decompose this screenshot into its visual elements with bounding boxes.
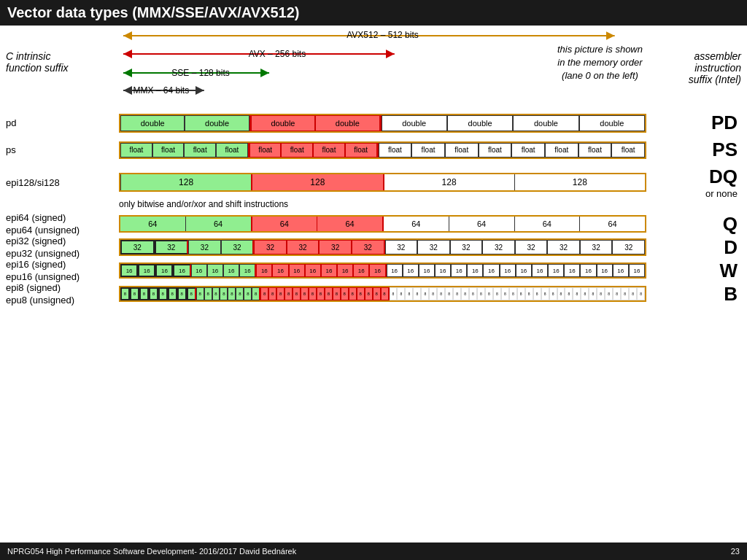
cell: 8 <box>437 287 445 300</box>
cell: 32 <box>352 240 385 254</box>
epi8-row: epi8 (signed) epu8 (unsigned) 8 8 8 8 8 … <box>6 282 741 306</box>
cell: float <box>611 143 645 158</box>
mmx-label: MMX – 64 bits <box>119 85 204 96</box>
epi16-label: epi16 (signed) epu16 (unsigned) <box>6 259 119 282</box>
bitwise-note: only bitwise and/or/xor and shift instru… <box>119 199 646 209</box>
ps-row: ps float float float float float float f… <box>6 139 741 161</box>
cell: 8 <box>293 287 301 300</box>
cell: 16 <box>597 264 613 277</box>
pd-asm: PD <box>646 112 741 134</box>
cell: 8 <box>236 287 244 300</box>
cell: 16 <box>191 264 207 277</box>
cell: 64 <box>580 217 645 231</box>
cell: 8 <box>597 287 605 300</box>
cell: 16 <box>532 264 548 277</box>
epi128-row: epi128/si128 128 128 128 128 DQ or none <box>6 166 741 199</box>
cell: 32 <box>287 240 320 254</box>
cell: 8 <box>168 287 177 300</box>
cell: 8 <box>365 287 373 300</box>
cell: 8 <box>445 287 453 300</box>
cell: 8 <box>509 287 517 300</box>
title-bar: Vector data types (MMX/SSE/AVX/AVX512) <box>0 0 747 26</box>
cell: float <box>411 143 445 158</box>
cell: 8 <box>397 287 405 300</box>
page-title: Vector data types (MMX/SSE/AVX/AVX512) <box>7 4 300 20</box>
cell: 8 <box>517 287 525 300</box>
cell: 16 <box>483 264 499 277</box>
cell: 8 <box>541 287 549 300</box>
sse-label: SSE – 128 bits <box>129 68 271 78</box>
pd-cells: double double double double double doubl… <box>119 114 646 133</box>
cell: 16 <box>403 264 419 277</box>
cell: 16 <box>272 264 288 277</box>
cell: 8 <box>204 287 212 300</box>
epi8-label: epi8 (signed) epu8 (unsigned) <box>6 282 119 306</box>
cell: 8 <box>613 287 621 300</box>
cell: 8 <box>565 287 573 300</box>
cell: 128 <box>252 174 384 190</box>
cell: float <box>152 143 185 158</box>
pd-row: pd double double double double double do… <box>6 112 741 134</box>
cell: 16 <box>387 264 403 277</box>
cell: 16 <box>353 264 369 277</box>
cell: 32 <box>482 240 515 254</box>
epi32-cells: 32 32 32 32 32 32 32 32 32 32 32 32 32 3… <box>119 238 646 256</box>
cell: 16 <box>256 264 272 277</box>
epi16-row: epi16 (signed) epu16 (unsigned) 16 16 16… <box>6 259 741 282</box>
cell: 32 <box>254 240 287 254</box>
cell: float <box>445 143 479 158</box>
footer-right: 23 <box>731 547 740 556</box>
cell: 32 <box>547 240 580 254</box>
cell: 8 <box>301 287 309 300</box>
cell: double <box>251 115 315 131</box>
epi64-cells: 64 64 64 64 64 64 64 64 <box>119 215 646 233</box>
epi64-row: epi64 (signed) epu64 (unsigned) 64 64 64… <box>6 212 741 236</box>
cell: double <box>120 115 185 131</box>
cell: 16 <box>419 264 435 277</box>
cell: 8 <box>469 287 477 300</box>
cell: 32 <box>221 240 255 254</box>
cell: 16 <box>516 264 532 277</box>
cell: float <box>379 143 412 158</box>
cell: 8 <box>485 287 493 300</box>
cell: 32 <box>155 240 189 254</box>
epi128-asm: DQ or none <box>646 166 741 199</box>
cell: 16 <box>239 264 256 277</box>
cell: 16 <box>580 264 596 277</box>
cell: 8 <box>390 287 398 300</box>
cell: 16 <box>451 264 467 277</box>
cell: 8 <box>493 287 501 300</box>
cell: 8 <box>621 287 629 300</box>
bitwise-row: only bitwise and/or/xor and shift instru… <box>6 199 741 209</box>
main-content: C intrinsic function suffix <box>0 26 747 542</box>
cell: 8 <box>177 287 187 300</box>
header-row: C intrinsic function suffix <box>6 28 741 109</box>
cell: 64 <box>120 217 186 231</box>
cell: 8 <box>533 287 541 300</box>
cell: 8 <box>429 287 437 300</box>
cell: 16 <box>138 264 155 277</box>
cell: 32 <box>612 240 645 254</box>
cell: 8 <box>405 287 413 300</box>
cell: 16 <box>321 264 337 277</box>
cell: 128 <box>384 174 515 190</box>
cell: double <box>185 115 249 131</box>
epi8-cells: 8 8 8 8 8 8 8 8 8 8 8 8 8 8 8 8 8 8 8 <box>119 286 646 302</box>
cell: 8 <box>158 287 168 300</box>
epi32-asm: D <box>646 236 741 259</box>
epi128-label: epi128/si128 <box>6 177 119 188</box>
cell: 8 <box>187 287 196 300</box>
cell: float <box>511 143 545 158</box>
note-text: this picture is shown in the memory orde… <box>557 43 643 83</box>
cell: 8 <box>309 287 317 300</box>
cell: 16 <box>629 264 645 277</box>
cell: 8 <box>212 287 220 300</box>
cell: double <box>579 115 645 131</box>
cell: 8 <box>605 287 613 300</box>
cell: 16 <box>305 264 321 277</box>
cell: 8 <box>349 287 357 300</box>
cell: 8 <box>589 287 597 300</box>
cell: double <box>382 115 447 131</box>
cell: 32 <box>515 240 548 254</box>
cell: 32 <box>120 240 155 254</box>
